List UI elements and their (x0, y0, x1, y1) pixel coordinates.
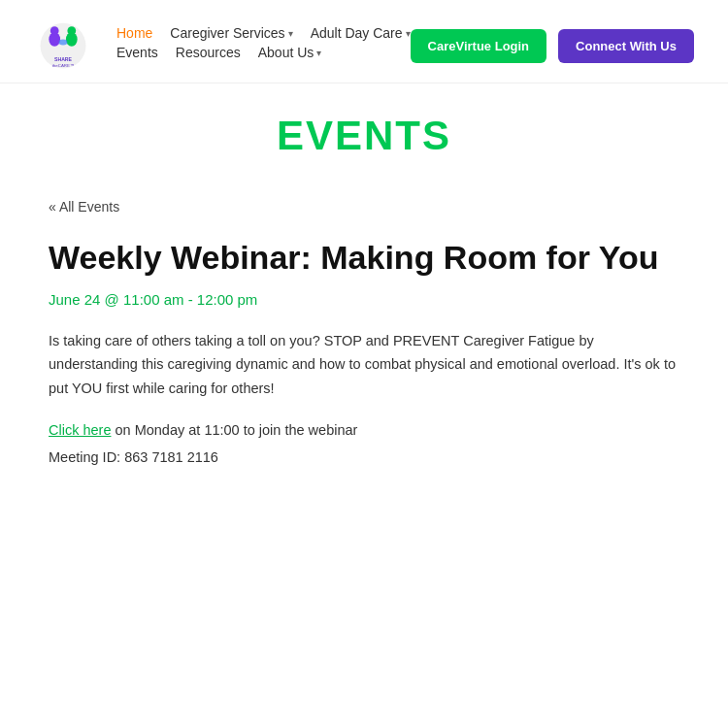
svg-point-2 (50, 26, 59, 35)
about-us-chevron: ▾ (316, 48, 321, 58)
link-suffix: on Monday at 11:00 to join the webinar (111, 422, 357, 438)
logo[interactable]: SHARE theCARE™ (29, 19, 97, 73)
nav-home[interactable]: Home (116, 25, 152, 41)
svg-point-0 (41, 23, 86, 69)
header-buttons: CareVirtue Login Connect With Us (411, 29, 694, 63)
event-date: June 24 @ 11:00 am - 12:00 pm (49, 291, 679, 308)
svg-text:SHARE: SHARE (54, 56, 73, 62)
carevirtue-login-button[interactable]: CareVirtue Login (411, 29, 547, 63)
header: SHARE theCARE™ Home Caregiver Services ▾… (0, 0, 728, 83)
connect-with-us-button[interactable]: Connect With Us (558, 29, 694, 63)
nav-events[interactable]: Events (116, 45, 158, 60)
event-title: Weekly Webinar: Making Room for You (49, 238, 679, 278)
event-description: Is taking care of others taking a toll o… (49, 329, 679, 401)
nav-row-2: Events Resources About Us ▾ (116, 45, 411, 60)
nav-resources[interactable]: Resources (176, 45, 241, 60)
webinar-link[interactable]: Click here (49, 422, 111, 438)
nav-row-1: Home Caregiver Services ▾ Adult Day Care… (116, 25, 411, 41)
nav-adult-day-care[interactable]: Adult Day Care ▾ (311, 25, 411, 41)
svg-text:theCARE™: theCARE™ (52, 63, 75, 68)
main-content: All Events Weekly Webinar: Making Room f… (0, 179, 728, 504)
meeting-id: Meeting ID: 863 7181 2116 (49, 449, 679, 465)
nav-caregiver-services[interactable]: Caregiver Services ▾ (170, 25, 292, 41)
page-title: EVENTS (0, 113, 728, 159)
event-link-line: Click here on Monday at 11:00 to join th… (49, 422, 679, 438)
page-title-section: EVENTS (0, 83, 728, 179)
nav-about-us[interactable]: About Us ▾ (258, 45, 322, 60)
nav-block: Home Caregiver Services ▾ Adult Day Care… (116, 19, 411, 60)
logo-nav: SHARE theCARE™ Home Caregiver Services ▾… (29, 19, 411, 73)
svg-point-4 (67, 26, 76, 35)
all-events-link[interactable]: All Events (49, 199, 119, 215)
caregiver-services-chevron: ▾ (288, 28, 293, 39)
svg-point-5 (59, 40, 68, 46)
